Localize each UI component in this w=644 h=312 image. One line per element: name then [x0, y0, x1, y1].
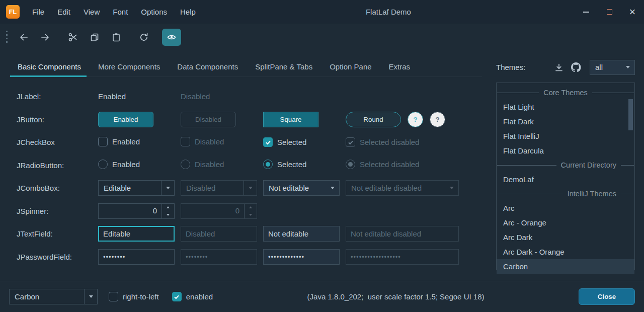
radio-selected[interactable]: Selected: [263, 160, 306, 169]
chevron-down-icon[interactable]: [161, 181, 174, 195]
right-to-left-checkbox[interactable]: right-to-left: [109, 292, 159, 301]
checkbox-icon: [181, 137, 190, 146]
content-column: Basic Components More Components Data Co…: [9, 50, 482, 281]
spinner-disabled: 0: [181, 203, 257, 219]
chevron-up-icon: [249, 206, 252, 208]
enabled-checkbox[interactable]: enabled: [172, 292, 213, 301]
round-button[interactable]: Round: [346, 112, 401, 127]
chevron-down-icon[interactable]: [326, 181, 339, 195]
theme-item-demolaf[interactable]: DemoLaf: [497, 172, 634, 187]
theme-selector-combobox[interactable]: Carbon: [9, 289, 98, 304]
spinner-down-button[interactable]: [162, 211, 174, 218]
chevron-down-icon: [167, 214, 170, 216]
checkbox-label: Disabled: [195, 137, 224, 146]
chevron-down-icon: [249, 214, 252, 216]
checkbox-selected[interactable]: Selected: [263, 137, 306, 147]
radio-icon: [98, 160, 108, 169]
back-button[interactable]: [14, 29, 33, 46]
jtextfield-row-label: JTextField:: [17, 229, 98, 238]
tab-more-components[interactable]: More Components: [90, 56, 169, 76]
maximize-button[interactable]: [598, 0, 621, 24]
theme-item-flat-darcula[interactable]: Flat Darcula: [497, 143, 634, 158]
download-icon: [554, 62, 564, 72]
radio-label: Selected: [277, 160, 306, 169]
combobox-disabled: Disabled: [181, 180, 257, 196]
checkbox-enabled[interactable]: Enabled: [98, 137, 140, 146]
close-window-button[interactable]: ×: [621, 0, 644, 24]
jradiobutton-row-label: JRadioButton:: [17, 161, 98, 170]
theme-item-flat-intellij[interactable]: Flat IntelliJ: [497, 129, 634, 143]
theme-list-scrollbar[interactable]: [628, 99, 633, 130]
theme-item-arc-dark[interactable]: Arc Dark: [497, 230, 634, 245]
menu-help[interactable]: Help: [174, 5, 202, 19]
cut-button[interactable]: [63, 29, 83, 46]
help-button-disabled: ?: [430, 112, 445, 127]
tab-data-components[interactable]: Data Components: [169, 56, 247, 76]
tab-option-pane[interactable]: Option Pane: [321, 56, 380, 76]
combobox-value: Disabled: [181, 184, 244, 192]
theme-item-arc[interactable]: Arc: [497, 201, 634, 215]
theme-item-flat-light[interactable]: Flat Light: [497, 100, 634, 114]
label-enabled: Enabled: [98, 92, 181, 101]
jbutton-row-label: JButton:: [17, 115, 98, 124]
combobox-not-editable-disabled: Not editable disabled: [346, 180, 459, 196]
textfield-not-editable[interactable]: [263, 226, 340, 242]
menu-edit[interactable]: Edit: [51, 5, 77, 19]
enabled-button[interactable]: Enabled: [98, 112, 153, 127]
passwordfield-not-editable[interactable]: [263, 249, 340, 265]
help-button[interactable]: ?: [408, 112, 423, 127]
menu-view[interactable]: View: [77, 5, 106, 19]
download-themes-button[interactable]: [550, 59, 568, 75]
checkbox-icon: [98, 137, 108, 146]
menu-font[interactable]: Font: [106, 5, 134, 19]
theme-item-arc-orange[interactable]: Arc - Orange: [497, 215, 634, 230]
jlabel-row-label: JLabel:: [17, 92, 98, 101]
checkbox-checked-icon: [172, 292, 182, 301]
refresh-button[interactable]: [134, 29, 153, 46]
copy-button[interactable]: [85, 29, 104, 46]
radio-enabled[interactable]: Enabled: [98, 160, 140, 169]
toolbar-grip-handle[interactable]: [6, 31, 8, 44]
scissors-icon: [68, 32, 78, 42]
chevron-down-icon[interactable]: [84, 289, 97, 304]
combobox-value: Not editable disabled: [346, 184, 445, 192]
paste-button[interactable]: [107, 29, 126, 46]
close-button[interactable]: Close: [579, 288, 635, 305]
combobox-editable[interactable]: Editable: [98, 180, 175, 196]
tab-extras[interactable]: Extras: [380, 56, 419, 76]
square-button[interactable]: Square: [263, 112, 318, 127]
tab-basic-components[interactable]: Basic Components: [9, 56, 90, 76]
themes-panel: Themes: all Core Themes Flat Light Flat …: [488, 50, 635, 281]
checkbox-selected-disabled: Selected disabled: [346, 137, 419, 147]
passwordfield-editable[interactable]: [98, 249, 175, 265]
spinner-up-button[interactable]: [162, 204, 174, 211]
radio-label: Disabled: [195, 160, 224, 169]
forward-button[interactable]: [36, 29, 55, 46]
tab-splitpane-tabs[interactable]: SplitPane & Tabs: [247, 56, 321, 76]
textfield-editable[interactable]: [98, 226, 175, 242]
theme-item-arc-dark-orange[interactable]: Arc Dark - Orange: [497, 245, 634, 259]
menu-options[interactable]: Options: [134, 5, 174, 19]
github-button[interactable]: [568, 59, 585, 75]
titlebar: FL File Edit View Font Options Help Flat…: [0, 0, 644, 24]
theme-item-flat-dark[interactable]: Flat Dark: [497, 114, 634, 129]
checkbox-icon: [109, 292, 118, 301]
themes-filter-combobox[interactable]: all: [590, 60, 635, 75]
label-disabled: Disabled: [181, 92, 263, 101]
jspinner-row-label: JSpinner:: [17, 207, 98, 215]
disabled-button: Disabled: [181, 112, 236, 127]
checkbox-checked-icon: [263, 137, 273, 147]
refresh-icon: [139, 32, 149, 42]
checkbox-disabled: Disabled: [181, 137, 224, 146]
theme-item-carbon-selected[interactable]: Carbon: [497, 259, 634, 274]
components-form: JLabel: Enabled Disabled JButton: Enable…: [9, 85, 482, 268]
spinner-enabled[interactable]: 0: [98, 203, 175, 219]
checkbox-checked-icon: [346, 137, 355, 147]
menu-file[interactable]: File: [26, 5, 51, 19]
jcheckbox-row-label: JCheckBox: [17, 138, 98, 146]
chevron-down-icon: [621, 60, 634, 74]
minimize-button[interactable]: [575, 0, 598, 24]
show-hover-toggle-button[interactable]: [162, 29, 181, 46]
back-arrow-icon: [19, 32, 29, 42]
combobox-not-editable[interactable]: Not editable: [263, 180, 340, 196]
